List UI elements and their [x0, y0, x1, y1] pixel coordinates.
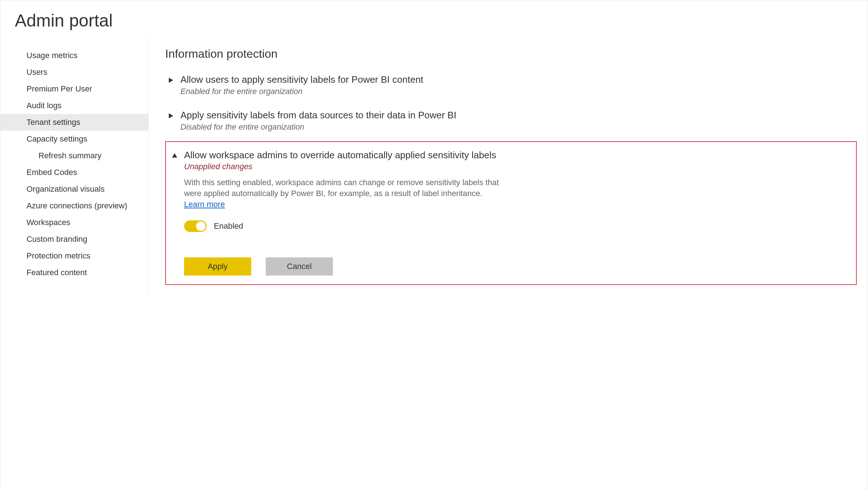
sidebar-item-label: Protection metrics — [27, 251, 90, 261]
enabled-toggle[interactable] — [184, 220, 207, 232]
setting-description: With this setting enabled, workspace adm… — [184, 177, 504, 209]
sidebar-item-workspaces[interactable]: Workspaces — [0, 214, 148, 231]
setting-allow-override-automatic[interactable]: Allow workspace admins to override autom… — [169, 146, 852, 276]
sidebar-item-label: Premium Per User — [27, 84, 92, 94]
setting-body: Allow users to apply sensitivity labels … — [180, 74, 854, 96]
admin-portal-page: Admin portal Usage metrics Users Premium… — [0, 0, 868, 489]
sidebar-item-featured-content[interactable]: Featured content — [0, 264, 148, 281]
sidebar-item-azure-connections[interactable]: Azure connections (preview) — [0, 197, 148, 214]
sidebar-item-users[interactable]: Users — [0, 64, 148, 81]
content-row: Usage metrics Users Premium Per User Aud… — [0, 37, 868, 296]
collapse-up-icon — [172, 153, 178, 158]
svg-marker-2 — [172, 153, 177, 158]
button-row: Apply Cancel — [184, 257, 849, 276]
sidebar-item-label: Usage metrics — [27, 51, 78, 60]
sidebar-item-tenant-settings[interactable]: Tenant settings — [0, 114, 148, 131]
sidebar-item-premium-per-user[interactable]: Premium Per User — [0, 81, 148, 97]
sidebar-item-audit-logs[interactable]: Audit logs — [0, 97, 148, 114]
sidebar-nav: Usage metrics Users Premium Per User Aud… — [0, 37, 148, 296]
sidebar-item-refresh-summary[interactable]: Refresh summary — [0, 147, 148, 164]
setting-apply-from-data-sources[interactable]: Apply sensitivity labels from data sourc… — [165, 106, 857, 135]
sidebar-item-label: Audit logs — [27, 101, 62, 110]
sidebar-item-usage-metrics[interactable]: Usage metrics — [0, 47, 148, 64]
page-title: Admin portal — [0, 9, 868, 37]
sidebar-item-label: Embed Codes — [27, 168, 77, 177]
sidebar-item-label: Users — [27, 68, 47, 77]
sidebar-item-protection-metrics[interactable]: Protection metrics — [0, 248, 148, 264]
expand-right-icon — [168, 78, 174, 83]
apply-button[interactable]: Apply — [184, 257, 251, 276]
expand-right-icon — [168, 113, 174, 118]
setting-body: Apply sensitivity labels from data sourc… — [180, 109, 854, 132]
sidebar-item-label: Featured content — [27, 268, 87, 277]
sidebar-item-label: Tenant settings — [27, 118, 80, 127]
sidebar-item-label: Organizational visuals — [27, 184, 105, 194]
toggle-knob — [196, 221, 205, 231]
setting-description-text: With this setting enabled, workspace adm… — [184, 178, 499, 198]
sidebar-item-custom-branding[interactable]: Custom branding — [0, 231, 148, 248]
svg-marker-0 — [169, 78, 173, 83]
sidebar-item-organizational-visuals[interactable]: Organizational visuals — [0, 181, 148, 197]
sidebar-item-embed-codes[interactable]: Embed Codes — [0, 164, 148, 181]
setting-allow-users-apply-sensitivity[interactable]: Allow users to apply sensitivity labels … — [165, 70, 857, 100]
sidebar-item-label: Capacity settings — [27, 134, 87, 144]
setting-body: Allow workspace admins to override autom… — [184, 149, 849, 276]
sidebar-item-label: Azure connections (preview) — [27, 201, 127, 211]
unapplied-changes-label: Unapplied changes — [184, 162, 849, 171]
setting-status: Enabled for the entire organization — [180, 87, 854, 96]
sidebar-item-capacity-settings[interactable]: Capacity settings — [0, 131, 148, 147]
setting-title: Allow users to apply sensitivity labels … — [180, 74, 854, 86]
setting-allow-override-automatic-highlight: Allow workspace admins to override autom… — [165, 141, 857, 285]
toggle-row: Enabled — [184, 220, 849, 232]
toggle-state-label: Enabled — [214, 221, 243, 231]
cancel-button[interactable]: Cancel — [266, 257, 333, 276]
section-heading: Information protection — [165, 47, 857, 61]
svg-marker-1 — [169, 113, 173, 118]
setting-title: Allow workspace admins to override autom… — [184, 149, 849, 162]
sidebar-item-label: Workspaces — [27, 218, 70, 227]
setting-status: Disabled for the entire organization — [180, 122, 854, 132]
sidebar-item-label: Custom branding — [27, 235, 87, 244]
main-content: Information protection Allow users to ap… — [148, 37, 868, 296]
learn-more-link[interactable]: Learn more — [184, 200, 225, 209]
setting-title: Apply sensitivity labels from data sourc… — [180, 109, 854, 122]
sidebar-item-label: Refresh summary — [38, 151, 102, 160]
